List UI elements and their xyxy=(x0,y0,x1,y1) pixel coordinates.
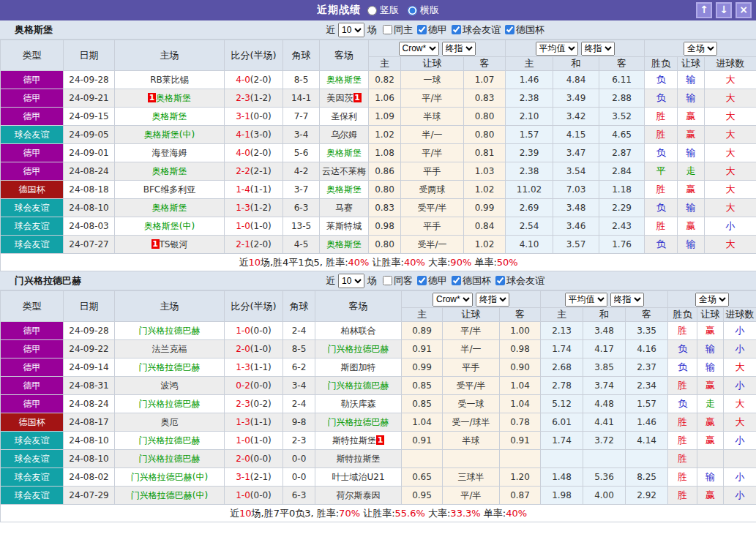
layout-radio-input[interactable] xyxy=(367,6,377,15)
score-cell: 1-0(1-0) xyxy=(225,217,283,236)
filter-checkbox-德甲[interactable] xyxy=(417,25,427,34)
header-select[interactable]: 终指 xyxy=(476,293,509,307)
odds-cell: 平/半 xyxy=(401,89,464,108)
sub-column-header: 和 xyxy=(583,308,626,322)
away-team-cell: 圣保利 xyxy=(320,108,369,126)
away-team-cell: 门兴格拉德巴赫 xyxy=(315,340,402,358)
away-team-cell: 奥格斯堡 xyxy=(320,144,369,162)
scroll-up-button[interactable]: ↑ xyxy=(696,2,712,18)
layout-radio-input[interactable] xyxy=(408,6,417,15)
odds-cell: 平/半 xyxy=(443,487,500,505)
stats-summary: 近10场,胜7平0负3, 胜率:70% 让胜率:55.6% 大率:33.3% 单… xyxy=(1,505,756,522)
filter-checkbox-德国杯[interactable] xyxy=(505,25,514,34)
odds-cell: 0.90 xyxy=(500,358,541,377)
scroll-down-button[interactable]: ↓ xyxy=(716,2,732,18)
summary-text: 单率: xyxy=(481,508,506,519)
odds-source-select-group: Crow*终指 xyxy=(369,40,506,57)
filter-checkbox-德甲[interactable] xyxy=(417,276,427,285)
header-select[interactable]: 终指 xyxy=(442,42,476,56)
home-team-name: 门兴格拉德巴赫 xyxy=(139,326,201,336)
filter-checkbox-球会友谊[interactable] xyxy=(495,276,505,285)
recent-count-select[interactable]: 10 xyxy=(338,274,364,288)
odds-cell: 4.16 xyxy=(626,340,668,358)
header-select[interactable]: 平均值 xyxy=(565,293,607,307)
odds-cell: 3.52 xyxy=(599,108,645,126)
goals-result-cell: 大 xyxy=(705,199,756,217)
handicap-result-cell: 输 xyxy=(678,71,705,89)
handicap-result-cell: 赢 xyxy=(678,126,705,144)
competition-type-cell: 德甲 xyxy=(1,71,64,89)
outcome-result-cell: 胜 xyxy=(668,377,697,395)
outcome-result-cell: 胜 xyxy=(645,217,678,236)
goals-result-cell: 小 xyxy=(724,468,756,487)
match-row: 德国杯24-08-17奥厄1-3(1-1)9-8门兴格拉德巴赫1.04受一/球半… xyxy=(1,413,756,432)
filter-checkbox-同主[interactable] xyxy=(383,25,392,34)
full-time-score: 4-0 xyxy=(236,75,250,85)
date-cell: 24-08-18 xyxy=(64,181,115,199)
handicap-result-cell: 输 xyxy=(697,358,724,377)
corners-cell: 9-8 xyxy=(283,413,315,432)
half-time-score: (1-1) xyxy=(250,184,272,195)
team-name: 门兴格拉德巴赫 xyxy=(15,274,81,288)
sub-column-header: 胜负 xyxy=(645,57,678,71)
filter-checkbox-label: 德甲 xyxy=(428,274,447,288)
corners-cell: 3-7 xyxy=(283,181,320,199)
summary-text: 大率: xyxy=(425,508,451,519)
away-team-name: 门兴格拉德巴赫 xyxy=(328,417,389,427)
home-team-cell: 波鸿 xyxy=(115,377,225,395)
match-row: 球会友谊24-07-271TS银河2-1(2-0)4-5奥格斯堡0.80受半/一… xyxy=(1,236,756,254)
odds-cell: 半/一 xyxy=(443,340,500,358)
odds-source-select-group: 平均值终指 xyxy=(506,40,645,57)
score-cell: 1-0(1-0) xyxy=(225,432,283,450)
summary-text: 10 xyxy=(239,508,252,519)
match-row: 球会友谊24-09-05奥格斯堡(中)4-1(3-0)3-4乌尔姆1.02半/一… xyxy=(1,126,756,144)
away-team-cell: 美因茨1 xyxy=(320,89,369,108)
half-time-score: (0-0) xyxy=(250,454,272,464)
full-time-score: 3-1 xyxy=(236,472,250,482)
filter-checkbox-德国杯[interactable] xyxy=(452,276,461,285)
summary-text: 10 xyxy=(248,257,261,268)
away-team-cell: 奥格斯堡 xyxy=(320,236,369,254)
goals-result-cell: 小 xyxy=(724,322,756,340)
close-button[interactable]: × xyxy=(736,2,752,18)
odds-cell: 2.39 xyxy=(506,144,553,162)
recent-count-select[interactable]: 10 xyxy=(338,23,364,37)
handicap-result-cell: 赢 xyxy=(697,413,724,432)
half-time-score: (2-1) xyxy=(250,166,272,176)
filter-checkbox-label: 球会友谊 xyxy=(506,274,544,288)
odds-cell: 2.54 xyxy=(506,217,553,236)
score-cell: 2-3(1-2) xyxy=(225,89,283,108)
filter-checkbox-球会友谊[interactable] xyxy=(452,25,461,34)
competition-type-cell: 球会友谊 xyxy=(1,217,64,236)
score-cell: 1-0(0-0) xyxy=(225,487,283,505)
odds-cell: 3.72 xyxy=(583,432,626,450)
competition-type-cell: 球会友谊 xyxy=(1,126,64,144)
outcome-result-cell: 胜 xyxy=(668,468,697,487)
header-select[interactable]: Crow* xyxy=(433,293,473,307)
filter-checkbox-label: 德国杯 xyxy=(516,23,544,37)
score-cell: 2-3(0-2) xyxy=(225,395,283,413)
odds-cell xyxy=(541,450,583,468)
odds-cell: 5.12 xyxy=(541,395,583,413)
sub-column-header: 让球 xyxy=(443,308,500,322)
date-cell: 24-08-17 xyxy=(64,413,115,432)
odds-cell: 1.74 xyxy=(541,340,583,358)
date-cell: 24-07-29 xyxy=(64,487,115,505)
away-team-name: 马赛 xyxy=(335,203,353,213)
odds-cell: 1.00 xyxy=(500,322,541,340)
home-team-cell: 奥厄 xyxy=(115,413,225,432)
header-select[interactable]: 全场 xyxy=(695,293,729,307)
odds-cell: 受平/半 xyxy=(401,199,464,217)
odds-cell: 11.02 xyxy=(506,181,553,199)
handicap-result-cell: 输 xyxy=(678,199,705,217)
header-select[interactable]: Crow* xyxy=(399,42,439,56)
corners-cell: 0-0 xyxy=(283,450,315,468)
score-cell: 4-0(2-0) xyxy=(225,71,283,89)
header-select[interactable]: 平均值 xyxy=(536,42,578,56)
header-select[interactable]: 全场 xyxy=(684,42,717,56)
header-select[interactable]: 终指 xyxy=(581,42,615,56)
header-select[interactable]: 终指 xyxy=(610,293,644,307)
away-team-name: 奥格斯堡 xyxy=(326,184,362,195)
filter-checkbox-同客[interactable] xyxy=(383,276,392,285)
odds-cell: 6.11 xyxy=(599,71,645,89)
